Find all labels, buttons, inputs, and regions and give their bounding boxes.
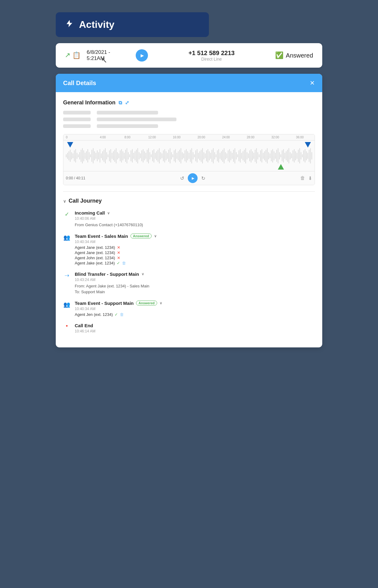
svg-rect-78 — [171, 152, 172, 159]
sales-main-content: Team Event - Sales Main Answered ∨ 10:40… — [75, 234, 315, 266]
section-divider — [63, 191, 315, 192]
agent-jen-trash[interactable]: 🗑 — [120, 312, 124, 317]
svg-rect-151 — [270, 153, 270, 158]
svg-rect-124 — [233, 150, 234, 162]
svg-rect-6 — [74, 150, 74, 161]
svg-rect-179 — [308, 153, 308, 159]
svg-rect-109 — [213, 148, 214, 163]
end-icon-col: ● — [63, 323, 70, 335]
chevron-down-icon[interactable]: ∨ — [63, 199, 66, 204]
play-pause-button[interactable] — [188, 173, 198, 183]
timeline-24: 24:00 — [214, 136, 238, 139]
agent-line-2: Agent Jane (ext. 1234) ✕ — [75, 250, 315, 255]
download-icon[interactable]: ⬇ — [308, 175, 312, 181]
incoming-event-header: Incoming Call ∨ — [75, 210, 315, 215]
svg-rect-9 — [78, 154, 79, 157]
svg-rect-123 — [232, 153, 232, 159]
call-list-item: ↙ 📋 6/8/2021 - 5:21AM +1 512 589 2213 Di… — [56, 43, 322, 68]
delete-icon[interactable]: 🗑 — [300, 175, 305, 181]
svg-rect-117 — [224, 148, 224, 163]
svg-rect-33 — [110, 149, 111, 163]
svg-rect-119 — [226, 153, 227, 158]
svg-rect-72 — [163, 150, 164, 161]
svg-rect-153 — [272, 149, 273, 163]
svg-rect-162 — [285, 153, 285, 159]
transfer-chevron[interactable]: ∨ — [142, 272, 144, 276]
svg-rect-80 — [174, 150, 174, 161]
svg-rect-121 — [229, 149, 230, 163]
team-icon-col: 👥 — [63, 234, 70, 266]
svg-rect-2 — [69, 151, 69, 160]
svg-rect-168 — [293, 150, 293, 161]
svg-rect-115 — [221, 151, 222, 160]
svg-rect-146 — [263, 153, 263, 159]
transfer-icon: ⇢ — [65, 272, 69, 279]
play-button[interactable] — [136, 49, 148, 62]
svg-rect-133 — [245, 148, 246, 163]
svg-rect-43 — [124, 153, 124, 159]
blind-transfer-time: 10:43:24 AM — [75, 278, 315, 282]
agent-line-4: Agent Jake (ext. 1234) ✓ 🗑 — [75, 261, 315, 265]
incoming-chevron[interactable]: ∨ — [107, 211, 110, 215]
waveform-visual[interactable]: // Generate waveform bars inline — [63, 140, 315, 171]
svg-rect-127 — [237, 154, 238, 157]
blind-transfer-header: Blind Transfer - Support Main ∨ — [75, 272, 315, 277]
svg-rect-82 — [176, 153, 177, 159]
svg-rect-159 — [280, 154, 281, 157]
waveform-marker-playhead — [278, 164, 284, 170]
svg-rect-12 — [82, 148, 83, 163]
svg-rect-74 — [166, 151, 166, 160]
svg-rect-128 — [239, 150, 239, 161]
svg-rect-66 — [155, 153, 156, 159]
journey-item-blind-transfer: ⇢ Blind Transfer - Support Main ∨ 10:43:… — [63, 272, 315, 295]
info-skeleton — [63, 111, 315, 128]
svg-rect-32 — [109, 150, 110, 161]
svg-rect-126 — [236, 152, 236, 159]
svg-rect-29 — [105, 148, 106, 163]
svg-rect-70 — [160, 152, 161, 159]
check-circle-icon: ✅ — [275, 51, 283, 59]
svg-rect-84 — [179, 150, 180, 162]
general-info-section: General Information ⧉ ⤢ — [63, 99, 315, 106]
svg-rect-75 — [167, 153, 168, 159]
close-button[interactable]: ✕ — [310, 79, 315, 87]
agent-name-4: Agent Jake (ext. 1234) — [75, 261, 115, 265]
share-icon[interactable]: ⤢ — [125, 100, 129, 106]
waveform-container[interactable]: 0 4:00 8:00 12:00 16:00 20:00 24:00 28:0… — [63, 134, 315, 185]
copy-icon[interactable]: ⧉ — [119, 100, 122, 106]
forward-button[interactable]: ↻ — [201, 175, 205, 181]
rewind-button[interactable]: ↺ — [180, 175, 184, 181]
svg-rect-18 — [90, 154, 91, 157]
sales-chevron[interactable]: ∨ — [154, 234, 157, 238]
svg-rect-101 — [202, 148, 203, 163]
agent-status-check-4: ✓ — [117, 261, 120, 265]
svg-rect-54 — [139, 152, 139, 159]
svg-rect-139 — [253, 153, 254, 159]
panel-title: Call Details — [63, 80, 96, 87]
agent-trash-icon-4[interactable]: 🗑 — [122, 261, 126, 265]
svg-rect-147 — [264, 151, 265, 160]
support-chevron[interactable]: ∨ — [160, 301, 162, 305]
call-end-time: 10:46:14 AM — [75, 329, 315, 333]
incoming-time: 10:40:06 AM — [75, 216, 315, 221]
agent-jen-check: ✓ — [115, 312, 118, 317]
svg-rect-90 — [187, 151, 188, 160]
svg-rect-8 — [77, 153, 77, 159]
call-number-block: +1 512 589 2213 Direct Line — [154, 50, 269, 62]
svg-rect-154 — [274, 151, 274, 160]
svg-rect-89 — [186, 149, 187, 163]
timeline-16: 16:00 — [164, 136, 189, 139]
svg-rect-182 — [312, 152, 312, 159]
svg-rect-16 — [87, 149, 88, 163]
svg-rect-24 — [98, 152, 99, 159]
agent-line-3: Agent John (ext. 1234) ✕ — [75, 256, 315, 260]
svg-rect-149 — [267, 148, 267, 163]
svg-rect-10 — [79, 152, 80, 159]
incoming-call-content: Incoming Call ∨ 10:40:06 AM From Genius … — [75, 210, 315, 228]
journey-item-support-main: 👥 Team Event - Support Main Answered ∨ 1… — [63, 301, 315, 317]
svg-rect-22 — [96, 153, 96, 159]
support-main-header: Team Event - Support Main Answered ∨ — [75, 301, 315, 306]
waveform-controls: 0:00 / 40:11 ↺ ↻ 🗑 ⬇ — [63, 171, 315, 185]
svg-rect-14 — [85, 153, 85, 159]
svg-rect-61 — [148, 148, 149, 163]
